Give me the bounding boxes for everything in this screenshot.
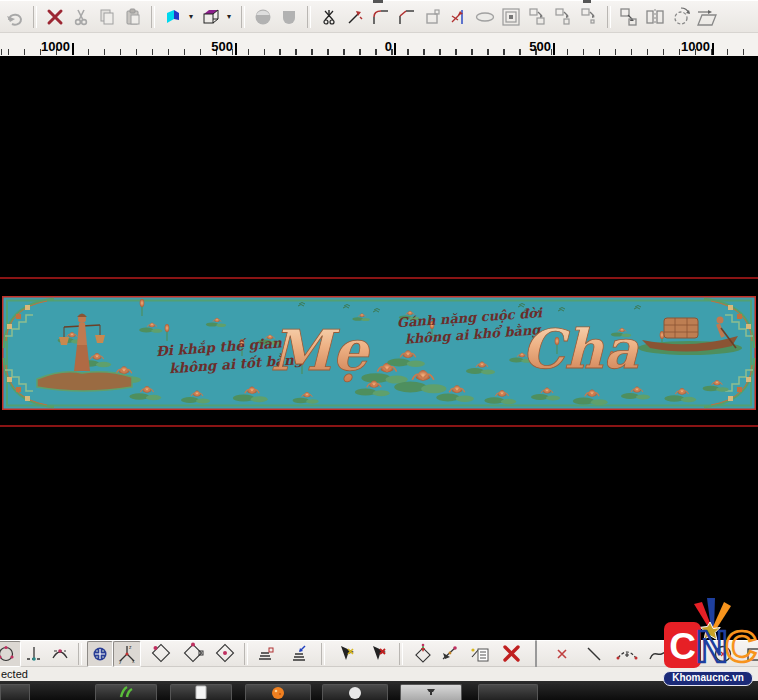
windows-taskbar: [0, 681, 758, 700]
taskbar-button[interactable]: [0, 684, 30, 700]
separator: [33, 6, 37, 28]
polygon-tool-icon[interactable]: [678, 642, 704, 666]
separator: [151, 6, 155, 28]
taskbar-button[interactable]: [322, 684, 388, 700]
wireframe-cube-dropdown-icon[interactable]: ▾: [224, 12, 234, 21]
layers-flat-icon[interactable]: [253, 642, 279, 666]
ruler-label: 1000: [26, 39, 70, 54]
separator: [244, 643, 248, 665]
svg-text:x: x: [132, 658, 135, 664]
array-copy-2-icon[interactable]: [550, 5, 576, 29]
concentric-offset-icon[interactable]: [498, 5, 524, 29]
app-icon-green: [118, 685, 134, 699]
node-edit-1-icon[interactable]: [149, 642, 175, 666]
pick-red-icon[interactable]: [365, 642, 391, 666]
svg-text:z: z: [129, 644, 132, 650]
taskbar-button[interactable]: [245, 684, 311, 700]
circle-tool-icon[interactable]: [710, 642, 736, 666]
shear-icon[interactable]: [694, 5, 720, 29]
top-toolbar: ▾ ▾: [0, 0, 758, 32]
chamfer-corner-icon[interactable]: [394, 5, 420, 29]
cut-icon[interactable]: [68, 5, 94, 29]
app-icon-white: [348, 685, 362, 699]
snap-tangent-icon[interactable]: [47, 642, 73, 666]
ruler-label: 500: [507, 39, 551, 54]
snap-circle-points-button[interactable]: [0, 641, 21, 667]
ruler-major-tick: [235, 43, 237, 55]
array-copy-1-icon[interactable]: [524, 5, 550, 29]
guide-line-bottom: [0, 425, 758, 427]
taskbar-button[interactable]: [400, 684, 462, 700]
rectangle-offset-icon[interactable]: [420, 5, 446, 29]
design-canvas[interactable]: Đi khắp thế gian không ai tốt bằng Gánh …: [0, 56, 758, 640]
move-copy-icon[interactable]: [616, 5, 642, 29]
guide-line-top: [0, 277, 758, 279]
ruler-label: 500: [189, 39, 233, 54]
ruler-major-tick: [72, 43, 74, 55]
horizontal-ruler: 1000 500 0 500 1000: [0, 32, 758, 57]
delete-node-icon[interactable]: [499, 642, 525, 666]
app-icon-orange: [271, 685, 285, 699]
spline-tool-icon[interactable]: [646, 642, 672, 666]
node-edit-3-icon[interactable]: [213, 642, 239, 666]
snip-arrow-icon[interactable]: [342, 5, 368, 29]
copy-icon[interactable]: [94, 5, 120, 29]
snap-grid-button[interactable]: [87, 641, 113, 667]
status-text: ected: [1, 668, 28, 680]
rectangle-tool-icon[interactable]: [742, 642, 758, 666]
view-3d-dropdown-icon[interactable]: ▾: [186, 12, 196, 21]
separator: [307, 6, 311, 28]
redo-icon[interactable]: [2, 5, 28, 29]
relief-banner-design[interactable]: Đi khắp thế gian không ai tốt bằng Gánh …: [2, 296, 756, 410]
array-copy-3-icon[interactable]: [576, 5, 602, 29]
window-edge-mark: [373, 0, 383, 3]
separator: [78, 643, 82, 665]
status-bar: ected: [0, 667, 758, 681]
ruler-label: 0: [348, 39, 392, 54]
extend-arrows-icon[interactable]: [446, 5, 472, 29]
watermark-site-text: Khomaucnc.vn: [672, 672, 744, 683]
app-icon-dark: [425, 685, 437, 697]
window-edge-mark: [583, 0, 591, 3]
mark-point-icon[interactable]: [549, 642, 575, 666]
app-window: ▾ ▾: [0, 0, 758, 700]
view-3d-icon[interactable]: [160, 5, 186, 29]
paste-icon[interactable]: [120, 5, 146, 29]
layers-import-icon[interactable]: [287, 642, 313, 666]
ruler-major-tick: [394, 43, 396, 55]
ellipse-icon[interactable]: [472, 5, 498, 29]
rotate-icon[interactable]: [668, 5, 694, 29]
pane-splitter[interactable]: [535, 640, 537, 668]
node-move-icon[interactable]: [437, 642, 463, 666]
delete-icon[interactable]: [42, 5, 68, 29]
taskbar-button[interactable]: [95, 684, 157, 700]
node-insert-icon[interactable]: [411, 642, 437, 666]
separator: [399, 643, 403, 665]
taskbar-button[interactable]: [478, 684, 538, 700]
app-icon-document: [194, 685, 208, 699]
word-me: Mẹ: [270, 317, 371, 383]
mirror-icon[interactable]: [642, 5, 668, 29]
snap-axis-button[interactable]: zyx: [113, 641, 141, 667]
fillet-corner-icon[interactable]: [368, 5, 394, 29]
node-list-icon[interactable]: [467, 642, 493, 666]
line-tool-icon[interactable]: [581, 642, 607, 666]
separator: [321, 643, 325, 665]
snap-perpendicular-icon[interactable]: [21, 642, 47, 666]
shield-icon[interactable]: [276, 5, 302, 29]
taskbar-button[interactable]: [170, 684, 232, 700]
separator: [241, 6, 245, 28]
trim-icon[interactable]: [316, 5, 342, 29]
pick-yellow-icon[interactable]: [333, 642, 359, 666]
bottom-toolbar: zyx: [0, 640, 758, 667]
ruler-major-tick: [553, 43, 555, 55]
ruler-label: 1000: [666, 39, 710, 54]
node-edit-2-icon[interactable]: [181, 642, 207, 666]
watermark-site-badge: Khomaucnc.vn: [663, 671, 753, 686]
dome-icon[interactable]: [250, 5, 276, 29]
ruler-major-tick: [712, 43, 714, 55]
separator: [607, 6, 611, 28]
wireframe-cube-icon[interactable]: [198, 5, 224, 29]
word-cha: Cha: [521, 317, 639, 381]
arc-tool-icon[interactable]: [614, 642, 640, 666]
